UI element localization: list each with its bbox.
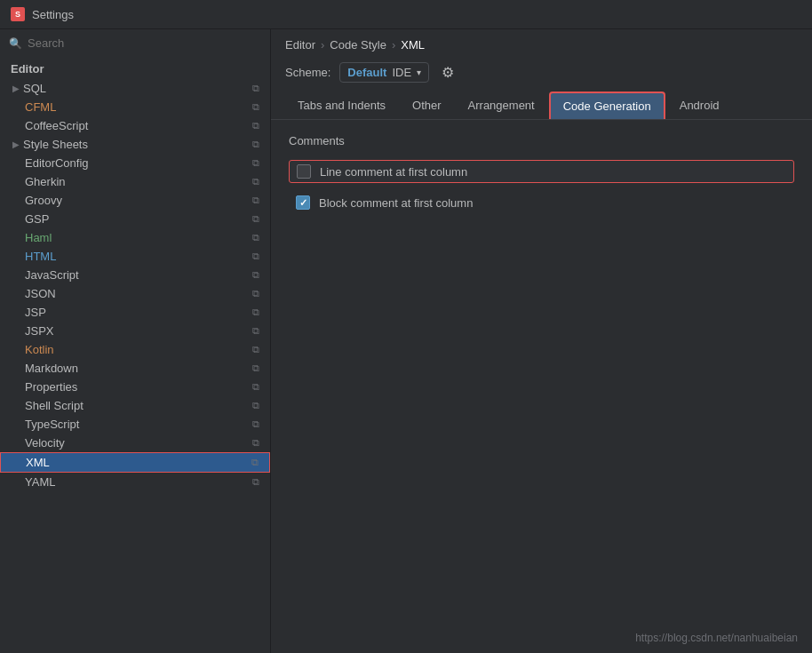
option-label-block-comment: Block comment at first column xyxy=(319,196,473,210)
copy-icon-groovy: ⧉ xyxy=(252,195,259,206)
sidebar-item-sql[interactable]: ▶ SQL ⧉ xyxy=(0,79,270,98)
scheme-label: Scheme: xyxy=(285,66,330,79)
scheme-dropdown[interactable]: Default IDE ▾ xyxy=(339,62,429,83)
copy-icon-json: ⧉ xyxy=(252,288,259,299)
option-label-line-comment: Line comment at first column xyxy=(320,165,467,179)
gear-button[interactable]: ⚙ xyxy=(438,62,458,83)
footer-url: https://blog.csdn.net/nanhuaibeian xyxy=(635,632,798,644)
sidebar-item-velocity[interactable]: Velocity ⧉ xyxy=(0,434,270,452)
sidebar-item-groovy[interactable]: Groovy ⧉ xyxy=(0,191,270,210)
sidebar-list: ▶ SQL ⧉ CFML ⧉ CoffeeScript ⧉ ▶ Style Sh… xyxy=(0,79,270,653)
sidebar-item-editorconfig[interactable]: EditorConfig ⧉ xyxy=(0,154,270,172)
copy-icon-gsp: ⧉ xyxy=(252,213,259,225)
checkbox-line-comment[interactable] xyxy=(297,164,311,179)
sidebar-item-label-gsp: GSP xyxy=(25,212,249,226)
scheme-name: Default xyxy=(347,66,386,79)
sidebar-item-label-editorconfig: EditorConfig xyxy=(25,156,249,170)
scheme-row: Scheme: Default IDE ▾ ⚙ xyxy=(271,57,812,92)
breadcrumb-editor: Editor xyxy=(285,38,315,52)
copy-icon-haml: ⧉ xyxy=(252,232,259,243)
sidebar-item-label-sql: SQL xyxy=(23,82,249,95)
sidebar-item-json[interactable]: JSON ⧉ xyxy=(0,284,270,303)
content-area: Editor › Code Style › XML Scheme: Defaul… xyxy=(271,29,812,653)
sidebar-item-label-xml: XML xyxy=(26,456,248,469)
sidebar-item-label-cfml: CFML xyxy=(25,100,249,114)
scheme-caret-icon: ▾ xyxy=(417,68,421,77)
copy-icon-typescript: ⧉ xyxy=(252,418,259,430)
sidebar-item-yaml[interactable]: YAML ⧉ xyxy=(0,473,270,491)
search-icon: 🔍 xyxy=(9,37,22,50)
tab-code-generation[interactable]: Code Generation xyxy=(549,92,665,119)
tab-tabs-indents[interactable]: Tabs and Indents xyxy=(285,92,398,118)
sidebar-item-shell-script[interactable]: Shell Script ⧉ xyxy=(0,396,270,415)
copy-icon-editorconfig: ⧉ xyxy=(252,157,259,169)
sidebar-item-label-markdown: Markdown xyxy=(25,362,249,375)
copy-icon-properties: ⧉ xyxy=(252,381,259,393)
expand-arrow-style-sheets: ▶ xyxy=(12,139,20,149)
copy-icon-html: ⧉ xyxy=(252,251,259,262)
sidebar-section-header: Editor xyxy=(0,57,270,79)
tab-arrangement[interactable]: Arrangement xyxy=(456,92,547,118)
sidebar-item-label-javascript: JavaScript xyxy=(25,268,249,282)
sidebar-item-javascript[interactable]: JavaScript ⧉ xyxy=(0,266,270,284)
copy-icon-shell-script: ⧉ xyxy=(252,400,259,411)
tab-other[interactable]: Other xyxy=(400,92,454,118)
sidebar-item-jspx[interactable]: JSPX ⧉ xyxy=(0,322,270,340)
sidebar-item-jsp[interactable]: JSP ⧉ xyxy=(0,303,270,322)
copy-icon-cfml: ⧉ xyxy=(252,101,259,113)
sidebar-item-label-html: HTML xyxy=(25,250,249,263)
breadcrumb-code-style: Code Style xyxy=(330,38,386,52)
sidebar-item-label-typescript: TypeScript xyxy=(25,418,249,431)
sidebar-item-label-yaml: YAML xyxy=(25,475,249,489)
sidebar-item-label-jsp: JSP xyxy=(25,306,249,319)
breadcrumb-sep2: › xyxy=(392,38,395,52)
sidebar-item-gsp[interactable]: GSP ⧉ xyxy=(0,210,270,228)
sidebar-item-cfml[interactable]: CFML ⧉ xyxy=(0,98,270,116)
title-bar: S Settings xyxy=(0,0,812,29)
sidebar-item-label-gherkin: Gherkin xyxy=(25,175,249,188)
tab-label-android: Android xyxy=(680,99,720,112)
sidebar-item-label-style-sheets: Style Sheets xyxy=(23,138,249,151)
search-input[interactable] xyxy=(28,36,261,50)
copy-icon-velocity: ⧉ xyxy=(252,437,259,449)
panel: Comments Line comment at first column Bl… xyxy=(271,120,812,653)
sidebar-item-gherkin[interactable]: Gherkin ⧉ xyxy=(0,172,270,191)
option-row-block-comment: Block comment at first column xyxy=(289,192,794,213)
sidebar-item-label-jspx: JSPX xyxy=(25,324,249,338)
sidebar-item-style-sheets[interactable]: ▶ Style Sheets ⧉ xyxy=(0,135,270,154)
sidebar-item-label-json: JSON xyxy=(25,287,249,300)
copy-icon-style-sheets: ⧉ xyxy=(252,139,259,150)
sidebar-item-html[interactable]: HTML ⧉ xyxy=(0,247,270,266)
checkbox-block-comment[interactable] xyxy=(296,195,310,210)
sidebar-item-typescript[interactable]: TypeScript ⧉ xyxy=(0,415,270,434)
sidebar-item-label-velocity: Velocity xyxy=(25,436,249,450)
sidebar-item-properties[interactable]: Properties ⧉ xyxy=(0,378,270,396)
sidebar-item-kotlin[interactable]: Kotlin ⧉ xyxy=(0,340,270,359)
tab-label-other: Other xyxy=(412,99,442,112)
sidebar-item-label-haml: Haml xyxy=(25,231,249,244)
breadcrumb: Editor › Code Style › XML xyxy=(271,29,812,57)
sidebar-item-label-kotlin: Kotlin xyxy=(25,343,249,356)
copy-icon-sql: ⧉ xyxy=(252,83,259,94)
option-row-line-comment: Line comment at first column xyxy=(289,160,794,183)
sidebar-item-label-properties: Properties xyxy=(25,380,249,394)
copy-icon-javascript: ⧉ xyxy=(252,269,259,281)
scheme-sub: IDE xyxy=(392,66,411,79)
copy-icon-coffeescript: ⧉ xyxy=(252,120,259,131)
sidebar-item-xml[interactable]: XML ⧉ xyxy=(0,452,270,473)
sidebar-item-markdown[interactable]: Markdown ⧉ xyxy=(0,359,270,378)
expand-arrow-sql: ▶ xyxy=(12,84,20,93)
sidebar-item-label-groovy: Groovy xyxy=(25,194,249,207)
app-icon: S xyxy=(11,7,25,21)
tab-android[interactable]: Android xyxy=(667,92,732,118)
search-bar[interactable]: 🔍 xyxy=(0,29,270,57)
tab-label-tabs-indents: Tabs and Indents xyxy=(298,99,386,112)
sidebar-item-coffeescript[interactable]: CoffeeScript ⧉ xyxy=(0,116,270,135)
copy-icon-kotlin: ⧉ xyxy=(252,344,259,355)
copy-icon-gherkin: ⧉ xyxy=(252,176,259,187)
copy-icon-yaml: ⧉ xyxy=(252,476,259,488)
tab-label-arrangement: Arrangement xyxy=(468,99,535,112)
sidebar-item-haml[interactable]: Haml ⧉ xyxy=(0,228,270,247)
sidebar: 🔍 Editor ▶ SQL ⧉ CFML ⧉ CoffeeScript ⧉ xyxy=(0,29,271,653)
copy-icon-jsp: ⧉ xyxy=(252,307,259,318)
